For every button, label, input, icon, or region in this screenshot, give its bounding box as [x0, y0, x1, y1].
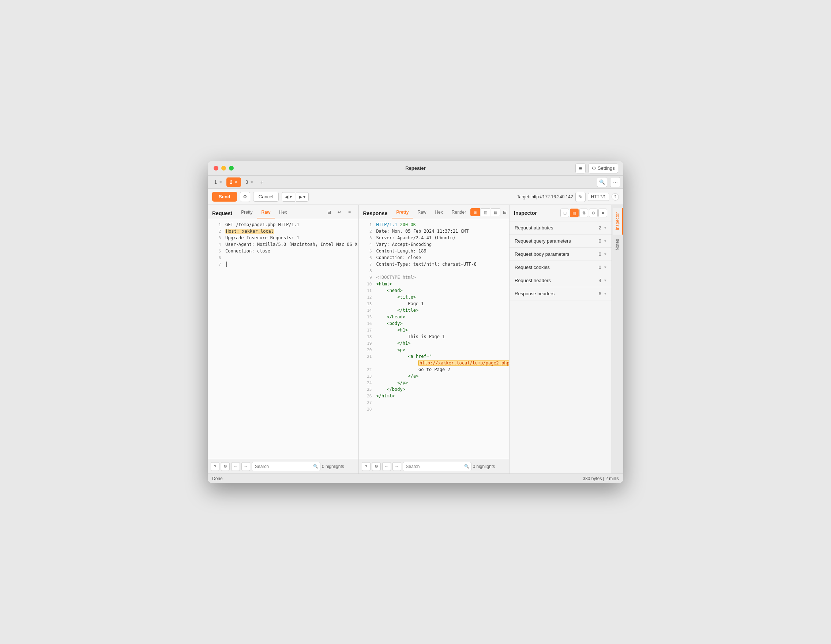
tab-3-label: 3: [245, 180, 248, 185]
request-code-area[interactable]: 1 GET /temp/page1.php HTTP/1.1 2 Host: x…: [208, 219, 358, 459]
inspector-panel: Inspector ⊞ ▤ ⇅ ⚙ ✕ Request attributes 2…: [509, 205, 611, 473]
inspector-list-icon[interactable]: ▤: [570, 209, 579, 217]
inspector-filter-icon[interactable]: ⚙: [589, 209, 598, 217]
tab-1-close-icon[interactable]: ✕: [219, 180, 222, 184]
request-attributes-label: Request attributes: [515, 225, 599, 231]
status-right: 380 bytes | 2 millis: [583, 476, 619, 481]
request-line-3: 3 Upgrade-Insecure-Requests: 1: [208, 235, 358, 242]
response-line-19: 19 </h1>: [359, 341, 509, 347]
inspector-header: Inspector ⊞ ▤ ⇅ ⚙ ✕: [509, 205, 611, 222]
response-line-24: 23 </a>: [359, 374, 509, 380]
request-format-icon[interactable]: ⊟: [325, 208, 334, 217]
search-tabs-icon[interactable]: 🔍: [597, 177, 607, 187]
tab-2-label: 2: [230, 180, 232, 185]
close-button[interactable]: [213, 166, 218, 171]
settings-label: Settings: [598, 166, 615, 171]
query-params-label: Request query parameters: [515, 238, 599, 244]
response-line-28: 27: [359, 400, 509, 406]
window-controls: [213, 166, 234, 171]
minimize-button[interactable]: [221, 166, 226, 171]
response-header-right: ⊟ ↵ ≡: [500, 208, 509, 219]
side-tab-notes[interactable]: Notes: [613, 234, 623, 255]
side-tab-inspector[interactable]: Inspector: [613, 208, 623, 234]
response-panel-title: Response: [363, 210, 388, 216]
menu-icon[interactable]: ≡: [575, 163, 586, 174]
inspector-row-query-params[interactable]: Request query parameters 0 ▾: [509, 234, 611, 248]
response-line-27: 26 </html>: [359, 393, 509, 400]
tab-3-close-icon[interactable]: ✕: [250, 180, 253, 184]
nav-back-button[interactable]: ◀ ▾: [282, 192, 295, 202]
tab-3[interactable]: 3 ✕: [242, 177, 257, 187]
tab-2-close-icon[interactable]: ✕: [234, 180, 237, 184]
request-next-icon[interactable]: →: [241, 462, 250, 471]
response-tab-hex[interactable]: Hex: [430, 208, 447, 218]
request-search-input[interactable]: [252, 462, 320, 471]
resp-view-vert-icon[interactable]: ▥: [481, 208, 490, 216]
request-tab-pretty[interactable]: Pretty: [237, 208, 257, 218]
response-line-21: 21 <a href=": [359, 354, 509, 360]
request-tab-raw[interactable]: Raw: [257, 208, 275, 218]
response-view-tabs: Pretty Raw Hex Render: [392, 208, 470, 218]
inspector-row-request-attributes[interactable]: Request attributes 2 ▾: [509, 222, 611, 234]
response-line-5: 5 Content-Length: 189: [359, 249, 509, 255]
request-prev-icon[interactable]: ←: [231, 462, 240, 471]
inspector-grid-icon[interactable]: ⊞: [560, 209, 569, 217]
inspector-row-body-params[interactable]: Request body parameters 0 ▾: [509, 248, 611, 261]
nav-fwd-button[interactable]: ▶ ▾: [296, 192, 309, 202]
resp-view-horiz-icon[interactable]: ▤: [491, 208, 500, 216]
edit-target-icon[interactable]: ✎: [575, 192, 586, 202]
request-more-icon[interactable]: ≡: [345, 208, 354, 217]
resp-view-split-icon[interactable]: ⊞: [470, 208, 480, 216]
request-help-icon[interactable]: ?: [211, 462, 220, 471]
request-panel: Request Pretty Raw Hex ⊟ ↵ ≡ 1: [208, 205, 359, 473]
response-prev-icon[interactable]: ←: [382, 462, 391, 471]
response-bottom-bar: ? ⚙ ← → 🔍 0 highlights: [359, 459, 509, 473]
response-line-13: 13 Page 1: [359, 301, 509, 308]
response-line-1: 1 HTTP/1.1 200 OK: [359, 222, 509, 229]
inspector-row-cookies[interactable]: Request cookies 0 ▾: [509, 261, 611, 274]
response-tab-raw[interactable]: Raw: [413, 208, 430, 218]
send-button[interactable]: Send: [212, 192, 237, 202]
inspector-sort-icon[interactable]: ⇅: [579, 209, 588, 217]
cookies-chevron-icon: ▾: [604, 265, 607, 270]
response-code-area[interactable]: 1 HTTP/1.1 200 OK 2 Date: Mon, 05 Feb 20…: [359, 219, 509, 459]
tab-2[interactable]: 2 ✕: [226, 177, 241, 187]
tab-1-label: 1: [214, 180, 217, 185]
response-line-29: 28: [359, 406, 509, 413]
help-icon[interactable]: ?: [611, 193, 619, 201]
request-tab-hex[interactable]: Hex: [275, 208, 291, 218]
response-next-icon[interactable]: →: [392, 462, 401, 471]
response-search-input[interactable]: [403, 462, 471, 471]
main-content: Request Pretty Raw Hex ⊟ ↵ ≡ 1: [208, 205, 623, 473]
request-line-2: 2 Host: xakker.local: [208, 229, 358, 235]
response-line-20: 20 <p>: [359, 347, 509, 354]
maximize-button[interactable]: [229, 166, 234, 171]
cancel-button[interactable]: Cancel: [253, 192, 279, 202]
response-highlights-label: 0 highlights: [473, 464, 495, 469]
request-headers-label: Request headers: [515, 278, 599, 283]
inspector-row-response-headers[interactable]: Response headers 6 ▾: [509, 287, 611, 300]
add-tab-button[interactable]: +: [258, 178, 266, 187]
send-settings-icon[interactable]: ⚙: [240, 192, 250, 202]
status-bar: Done 380 bytes | 2 millis: [208, 473, 623, 483]
request-search-wrapper: 🔍: [252, 462, 320, 471]
response-tab-render[interactable]: Render: [447, 208, 470, 218]
request-wrap-icon[interactable]: ↵: [335, 208, 344, 217]
response-settings-icon[interactable]: ⚙: [372, 462, 381, 471]
inspector-title: Inspector: [514, 210, 558, 216]
more-options-icon[interactable]: ⋯: [610, 177, 620, 187]
settings-button[interactable]: ⚙ Settings: [589, 163, 618, 174]
response-tab-pretty[interactable]: Pretty: [392, 208, 413, 218]
request-headers-chevron-icon: ▾: [604, 278, 607, 283]
response-help-icon[interactable]: ?: [362, 462, 371, 471]
response-line-25: 24 </p>: [359, 380, 509, 387]
tab-1[interactable]: 1 ✕: [211, 177, 226, 187]
response-line-8: 8: [359, 268, 509, 275]
response-line-11: 11 <head>: [359, 288, 509, 295]
gear-icon: ⚙: [592, 166, 596, 171]
request-view-tabs: Pretty Raw Hex: [237, 208, 325, 218]
request-settings-icon[interactable]: ⚙: [221, 462, 230, 471]
response-format-icon[interactable]: ⊟: [500, 208, 509, 217]
inspector-row-request-headers[interactable]: Request headers 4 ▾: [509, 274, 611, 287]
inspector-close-icon[interactable]: ✕: [599, 209, 607, 217]
